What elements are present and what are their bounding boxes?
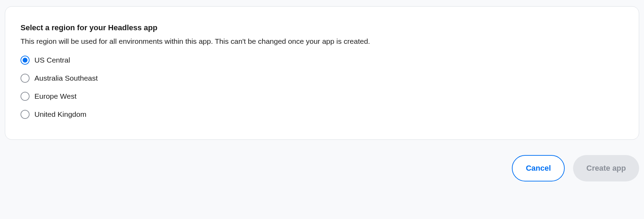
card-title: Select a region for your Headless app [21,23,623,32]
radio-icon [21,110,30,119]
radio-label: United Kingdom [34,110,86,119]
radio-option-australia-southeast[interactable]: Australia Southeast [21,73,623,84]
radio-option-united-kingdom[interactable]: United Kingdom [21,109,623,120]
radio-icon [21,92,30,101]
radio-icon [21,56,30,65]
region-radio-group: US Central Australia Southeast Europe We… [21,55,623,120]
radio-option-us-central[interactable]: US Central [21,55,623,66]
region-selection-card: Select a region for your Headless app Th… [5,6,639,140]
radio-label: US Central [34,56,70,64]
radio-icon [21,74,30,83]
radio-label: Australia Southeast [34,74,98,82]
footer-actions: Cancel Create app [5,155,639,181]
cancel-button[interactable]: Cancel [512,155,565,181]
radio-option-europe-west[interactable]: Europe West [21,91,623,102]
radio-label: Europe West [34,92,77,100]
card-description: This region will be used for all environ… [21,37,623,46]
create-app-button[interactable]: Create app [573,155,639,181]
